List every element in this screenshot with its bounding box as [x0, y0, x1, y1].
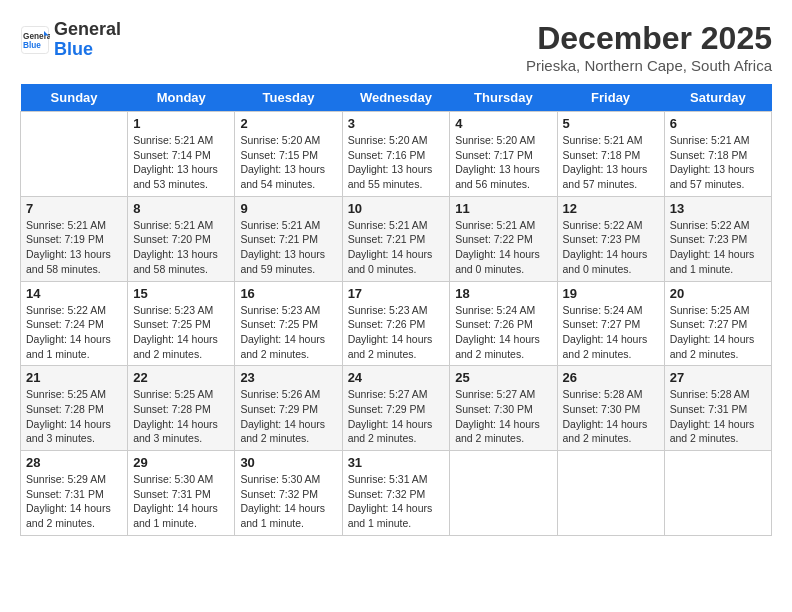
day-number: 22: [133, 370, 229, 385]
day-number: 31: [348, 455, 445, 470]
day-number: 15: [133, 286, 229, 301]
day-info: Sunrise: 5:25 AMSunset: 7:28 PMDaylight:…: [133, 387, 229, 446]
day-number: 5: [563, 116, 659, 131]
day-info: Sunrise: 5:24 AMSunset: 7:26 PMDaylight:…: [455, 303, 551, 362]
title-area: December 2025 Prieska, Northern Cape, So…: [526, 20, 772, 74]
calendar-cell: 11Sunrise: 5:21 AMSunset: 7:22 PMDayligh…: [450, 196, 557, 281]
day-number: 8: [133, 201, 229, 216]
day-info: Sunrise: 5:26 AMSunset: 7:29 PMDaylight:…: [240, 387, 336, 446]
day-number: 9: [240, 201, 336, 216]
day-number: 27: [670, 370, 766, 385]
week-row-2: 7Sunrise: 5:21 AMSunset: 7:19 PMDaylight…: [21, 196, 772, 281]
day-info: Sunrise: 5:21 AMSunset: 7:14 PMDaylight:…: [133, 133, 229, 192]
day-info: Sunrise: 5:30 AMSunset: 7:31 PMDaylight:…: [133, 472, 229, 531]
day-number: 24: [348, 370, 445, 385]
day-header-monday: Monday: [128, 84, 235, 112]
calendar-cell: 3Sunrise: 5:20 AMSunset: 7:16 PMDaylight…: [342, 112, 450, 197]
day-info: Sunrise: 5:21 AMSunset: 7:22 PMDaylight:…: [455, 218, 551, 277]
day-info: Sunrise: 5:28 AMSunset: 7:31 PMDaylight:…: [670, 387, 766, 446]
day-number: 2: [240, 116, 336, 131]
calendar-cell: 26Sunrise: 5:28 AMSunset: 7:30 PMDayligh…: [557, 366, 664, 451]
calendar-cell: 16Sunrise: 5:23 AMSunset: 7:25 PMDayligh…: [235, 281, 342, 366]
day-number: 18: [455, 286, 551, 301]
week-row-1: 1Sunrise: 5:21 AMSunset: 7:14 PMDaylight…: [21, 112, 772, 197]
day-info: Sunrise: 5:25 AMSunset: 7:28 PMDaylight:…: [26, 387, 122, 446]
day-header-saturday: Saturday: [664, 84, 771, 112]
calendar-cell: 20Sunrise: 5:25 AMSunset: 7:27 PMDayligh…: [664, 281, 771, 366]
day-number: 26: [563, 370, 659, 385]
day-header-sunday: Sunday: [21, 84, 128, 112]
day-number: 11: [455, 201, 551, 216]
day-number: 29: [133, 455, 229, 470]
calendar-cell: 28Sunrise: 5:29 AMSunset: 7:31 PMDayligh…: [21, 451, 128, 536]
calendar-cell: 1Sunrise: 5:21 AMSunset: 7:14 PMDaylight…: [128, 112, 235, 197]
svg-text:Blue: Blue: [23, 40, 41, 49]
calendar-cell: 8Sunrise: 5:21 AMSunset: 7:20 PMDaylight…: [128, 196, 235, 281]
week-row-5: 28Sunrise: 5:29 AMSunset: 7:31 PMDayligh…: [21, 451, 772, 536]
svg-text:General: General: [23, 31, 50, 40]
day-info: Sunrise: 5:20 AMSunset: 7:15 PMDaylight:…: [240, 133, 336, 192]
day-number: 6: [670, 116, 766, 131]
week-row-4: 21Sunrise: 5:25 AMSunset: 7:28 PMDayligh…: [21, 366, 772, 451]
day-header-friday: Friday: [557, 84, 664, 112]
logo-text: General Blue: [54, 20, 121, 60]
day-info: Sunrise: 5:22 AMSunset: 7:24 PMDaylight:…: [26, 303, 122, 362]
calendar-cell: 6Sunrise: 5:21 AMSunset: 7:18 PMDaylight…: [664, 112, 771, 197]
day-number: 23: [240, 370, 336, 385]
calendar-cell: 2Sunrise: 5:20 AMSunset: 7:15 PMDaylight…: [235, 112, 342, 197]
day-header-wednesday: Wednesday: [342, 84, 450, 112]
logo-icon: General Blue: [20, 25, 50, 55]
day-number: 25: [455, 370, 551, 385]
day-info: Sunrise: 5:29 AMSunset: 7:31 PMDaylight:…: [26, 472, 122, 531]
calendar-cell: 12Sunrise: 5:22 AMSunset: 7:23 PMDayligh…: [557, 196, 664, 281]
day-info: Sunrise: 5:30 AMSunset: 7:32 PMDaylight:…: [240, 472, 336, 531]
calendar-cell: 29Sunrise: 5:30 AMSunset: 7:31 PMDayligh…: [128, 451, 235, 536]
day-info: Sunrise: 5:21 AMSunset: 7:19 PMDaylight:…: [26, 218, 122, 277]
calendar-cell: [664, 451, 771, 536]
calendar-cell: 5Sunrise: 5:21 AMSunset: 7:18 PMDaylight…: [557, 112, 664, 197]
day-info: Sunrise: 5:28 AMSunset: 7:30 PMDaylight:…: [563, 387, 659, 446]
calendar-cell: 17Sunrise: 5:23 AMSunset: 7:26 PMDayligh…: [342, 281, 450, 366]
day-info: Sunrise: 5:22 AMSunset: 7:23 PMDaylight:…: [563, 218, 659, 277]
calendar-cell: 9Sunrise: 5:21 AMSunset: 7:21 PMDaylight…: [235, 196, 342, 281]
calendar-cell: 21Sunrise: 5:25 AMSunset: 7:28 PMDayligh…: [21, 366, 128, 451]
day-header-thursday: Thursday: [450, 84, 557, 112]
calendar-cell: 22Sunrise: 5:25 AMSunset: 7:28 PMDayligh…: [128, 366, 235, 451]
calendar-cell: 19Sunrise: 5:24 AMSunset: 7:27 PMDayligh…: [557, 281, 664, 366]
day-number: 12: [563, 201, 659, 216]
day-info: Sunrise: 5:24 AMSunset: 7:27 PMDaylight:…: [563, 303, 659, 362]
logo: General Blue General Blue: [20, 20, 121, 60]
day-info: Sunrise: 5:23 AMSunset: 7:25 PMDaylight:…: [133, 303, 229, 362]
day-number: 3: [348, 116, 445, 131]
day-info: Sunrise: 5:25 AMSunset: 7:27 PMDaylight:…: [670, 303, 766, 362]
calendar-cell: 23Sunrise: 5:26 AMSunset: 7:29 PMDayligh…: [235, 366, 342, 451]
day-info: Sunrise: 5:21 AMSunset: 7:21 PMDaylight:…: [348, 218, 445, 277]
day-number: 1: [133, 116, 229, 131]
day-number: 10: [348, 201, 445, 216]
day-info: Sunrise: 5:20 AMSunset: 7:16 PMDaylight:…: [348, 133, 445, 192]
calendar-cell: 30Sunrise: 5:30 AMSunset: 7:32 PMDayligh…: [235, 451, 342, 536]
calendar-table: SundayMondayTuesdayWednesdayThursdayFrid…: [20, 84, 772, 536]
calendar-cell: 25Sunrise: 5:27 AMSunset: 7:30 PMDayligh…: [450, 366, 557, 451]
day-number: 28: [26, 455, 122, 470]
day-number: 30: [240, 455, 336, 470]
day-number: 16: [240, 286, 336, 301]
header: General Blue General Blue December 2025 …: [20, 20, 772, 74]
calendar-cell: 4Sunrise: 5:20 AMSunset: 7:17 PMDaylight…: [450, 112, 557, 197]
calendar-cell: 13Sunrise: 5:22 AMSunset: 7:23 PMDayligh…: [664, 196, 771, 281]
calendar-cell: 18Sunrise: 5:24 AMSunset: 7:26 PMDayligh…: [450, 281, 557, 366]
day-info: Sunrise: 5:21 AMSunset: 7:21 PMDaylight:…: [240, 218, 336, 277]
day-info: Sunrise: 5:23 AMSunset: 7:26 PMDaylight:…: [348, 303, 445, 362]
day-header-tuesday: Tuesday: [235, 84, 342, 112]
day-number: 20: [670, 286, 766, 301]
calendar-cell: [557, 451, 664, 536]
calendar-cell: 27Sunrise: 5:28 AMSunset: 7:31 PMDayligh…: [664, 366, 771, 451]
day-info: Sunrise: 5:23 AMSunset: 7:25 PMDaylight:…: [240, 303, 336, 362]
day-info: Sunrise: 5:21 AMSunset: 7:18 PMDaylight:…: [563, 133, 659, 192]
day-info: Sunrise: 5:31 AMSunset: 7:32 PMDaylight:…: [348, 472, 445, 531]
calendar-cell: 31Sunrise: 5:31 AMSunset: 7:32 PMDayligh…: [342, 451, 450, 536]
day-number: 14: [26, 286, 122, 301]
day-number: 21: [26, 370, 122, 385]
day-number: 4: [455, 116, 551, 131]
calendar-cell: 24Sunrise: 5:27 AMSunset: 7:29 PMDayligh…: [342, 366, 450, 451]
